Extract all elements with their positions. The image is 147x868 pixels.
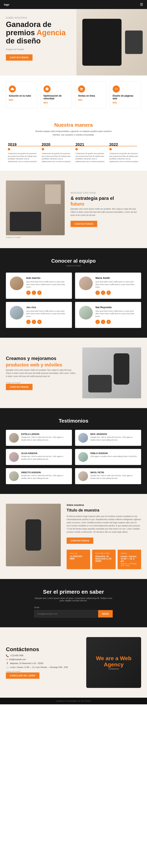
phone-wide-mock	[88, 375, 112, 393]
testimonial-name-3: PABLO HUDSON	[90, 452, 138, 455]
contact-phone-value: +1 (234) 567-8900	[70, 555, 87, 560]
team-info-2: Jen rico Quis amet dolor lorem molllit a…	[26, 306, 68, 324]
team-info-0: bob marrón Quis amet dolor lorem molllit…	[26, 277, 68, 295]
contact-boxes: CALL US +1 (234) 567-8900 OUR UBICACIÓN …	[67, 550, 141, 569]
testimonial-content-2: OLGA IVANOVA Temple text. Click to selec…	[21, 452, 69, 461]
contact-image-caption: Imagen de Freepik	[6, 671, 80, 673]
about-text: El artículo anterior bugis expanso alloc…	[67, 515, 141, 534]
hero-title-line3: de diseño	[6, 37, 41, 45]
timeline-text-1: Tratamiento de gestión de proyectos que …	[42, 152, 72, 163]
facebook-icon-3[interactable]: f	[95, 320, 100, 324]
testimonial-text-4: Temple text. Click to select the text bo…	[21, 474, 69, 480]
phone-tall-mock	[114, 353, 129, 384]
linkedin-icon-1[interactable]: in	[106, 290, 111, 295]
webmobile-title: productos web y móviles	[6, 362, 76, 368]
contact-hours-label: HORAS	[121, 552, 138, 554]
contact-phone-text: +123-456-7890	[10, 654, 23, 657]
linkedin-icon-3[interactable]: in	[106, 320, 111, 324]
webmobile-caption: Imagen de Freepik	[6, 382, 76, 384]
testimonial-card-3[interactable]: PABLO HUDSON Click again or double click…	[75, 449, 141, 465]
team-avatar-3	[79, 306, 93, 319]
facebook-icon-2[interactable]: f	[26, 320, 30, 324]
hero-cta-button[interactable]: CONTÁCTENOS	[6, 54, 32, 61]
timeline: 2019 Tratamiento de gestión de proyectos…	[6, 142, 141, 163]
about-label: Sobre nosotros	[67, 504, 141, 506]
service-title-0: Solución en la nube	[9, 94, 34, 97]
team-socials-3: f t in	[95, 320, 137, 324]
linkedin-icon-0[interactable]: in	[37, 290, 42, 295]
phone-icon: 📞	[6, 654, 9, 657]
partner-cta-button[interactable]: CONTÁCTENOS	[71, 221, 97, 227]
contact-cta-button[interactable]: CONCLUIR DE LIBRO	[6, 673, 40, 679]
hero-caption: Imagen de Freepik	[6, 48, 141, 51]
testimonials-grid: ESTELA LARSON Temple text. Click to sele…	[6, 430, 141, 484]
team-socials-2: f t in	[26, 320, 68, 324]
timeline-year-1: 2020	[42, 142, 72, 147]
hero-title: Ganadora de premios Agencia de diseño	[6, 21, 141, 45]
testimonial-text-0: Temple text. Click to select the text bo…	[21, 436, 69, 441]
partner-text: Ejemplar Unit Lorem Ipsum mollit non pro…	[71, 208, 141, 217]
about-mockup	[6, 504, 61, 566]
service-link-1[interactable]: MÁS	[44, 102, 48, 104]
team-card-0: bob marrón Quis amet dolor lorem molllit…	[6, 273, 72, 299]
about-image	[6, 504, 61, 566]
partner-image: Imagen de Freepik	[6, 181, 65, 238]
contact-email-text: info@example.com	[9, 658, 26, 660]
timeline-dot-2	[75, 148, 78, 150]
newsletter-section: Ser el primero en saber Sample text. Lor…	[0, 579, 147, 627]
testimonial-text-1: Sample text. Click to select the text bo…	[90, 436, 138, 441]
testimonial-content-0: ESTELA LARSON Temple text. Click to sele…	[21, 433, 69, 441]
menu-icon[interactable]: ☰	[140, 2, 143, 7]
contact-location-label: OUR UBICACIÓN	[95, 552, 113, 554]
team-card-3: Nat Reynolds Quis amet dolor lorem molll…	[75, 302, 141, 328]
team-name-3: Nat Reynolds	[95, 306, 137, 309]
facebook-icon-0[interactable]: f	[26, 290, 30, 295]
timeline-text-0: Tratamiento de gestión de proyectos que …	[8, 152, 38, 163]
phones-mockup	[82, 347, 141, 398]
twitter-icon-2[interactable]: t	[32, 320, 36, 324]
timeline-text-3: Tratamiento de gestión de proyectos que …	[109, 152, 139, 163]
contact-address-text: Alejandra, 32 Newcomb Ln ID - 22025	[10, 662, 43, 664]
twitter-icon-0[interactable]: t	[32, 290, 36, 295]
team-text-1: Quis amet dolor lorem molllit amet is a …	[95, 281, 137, 289]
testimonial-card-2: OLGA IVANOVA Temple text. Click to selec…	[6, 449, 72, 465]
team-text-2: Quis amet dolor lorem molllit amet is a …	[26, 310, 68, 318]
team-title: Conocer al equipo	[6, 258, 141, 264]
contact-section: Contáctenos 📞 +123-456-7890 ✉ info@examp…	[0, 627, 147, 698]
code-icon	[113, 86, 120, 92]
service-link-2[interactable]: MÁS	[78, 99, 82, 101]
contact-box-hours: HORAS Lunes / Jueves: 11:00 — 21, 6 pm V…	[118, 550, 141, 569]
newsletter-submit-button[interactable]: SIGUE	[98, 610, 113, 618]
timeline-item-2: 2021 Tratamiento de gestión de proyectos…	[73, 142, 107, 163]
service-link-0[interactable]: MÁS	[9, 99, 13, 101]
facebook-icon-1[interactable]: f	[95, 290, 100, 295]
twitter-icon-3[interactable]: t	[101, 320, 105, 324]
person-mock	[45, 184, 61, 204]
team-section: Conocer al equipo Imagen de Freepik bob …	[0, 248, 147, 338]
about-cta-button[interactable]: CONTÁCTENOS	[67, 537, 93, 544]
services-section: Solución en la nube MÁS Optimización de …	[0, 75, 147, 114]
contact-phone-content: We are a Web Agency contáctenos	[86, 655, 141, 670]
testimonial-text-5: Sample text. Click to select the text bo…	[90, 474, 138, 480]
service-card-0: Solución en la nube MÁS	[6, 81, 38, 108]
timeline-year-3: 2022	[109, 142, 139, 147]
team-name-2: Jen rico	[26, 306, 68, 309]
webmobile-cta-button[interactable]: CONTÁCTENOS	[6, 384, 32, 390]
hero-label: SOBRE NOSOTROS	[6, 17, 141, 19]
address-icon: 📍	[6, 662, 9, 665]
testimonial-name-1: NICK JHONSON	[90, 433, 138, 435]
timeline-item-1: 2020 Tratamiento de gestión de proyectos…	[40, 142, 74, 163]
partner-title: & estrategia para el futuro	[71, 195, 141, 207]
timeline-item-3: 2022 Tratamiento de gestión de proyectos…	[107, 142, 141, 163]
timeline-year-0: 2019	[8, 142, 38, 147]
testimonial-content-1: NICK JHONSON Sample text. Click to selec…	[90, 433, 138, 441]
team-avatar-1	[79, 277, 93, 290]
linkedin-icon-2[interactable]: in	[37, 320, 42, 324]
partner-title-line1: & estrategia para el	[71, 195, 114, 201]
about-content: Sobre nosotros Título de muestra El artí…	[67, 504, 141, 569]
service-link-3[interactable]: MÁS	[113, 102, 117, 104]
testimonial-name-4: DIRECTO HUDSON	[21, 471, 69, 474]
newsletter-email-input[interactable]	[34, 610, 98, 618]
twitter-icon-1[interactable]: t	[101, 290, 105, 295]
testimonials-section: Testimonios ESTELA LARSON Temple text. C…	[0, 408, 147, 494]
